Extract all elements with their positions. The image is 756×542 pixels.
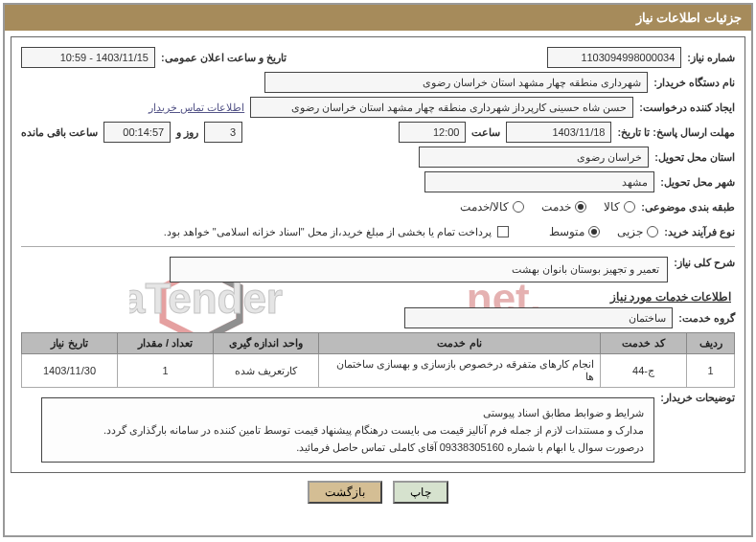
cell-date: 1403/11/30 xyxy=(22,354,118,388)
overall-need-value: تعمیر و تجهیز بوستان بانوان بهشت xyxy=(170,257,668,282)
deadline-time-value: 12:00 xyxy=(399,122,466,143)
cell-row: 1 xyxy=(687,354,735,388)
cell-code: ج-44 xyxy=(601,354,687,388)
buyer-notes-line2: مدارک و مستندات لازم از جمله فرم آنالیز … xyxy=(52,421,644,439)
payment-checkbox[interactable] xyxy=(497,226,509,237)
announce-datetime-value: 1403/11/15 - 10:59 xyxy=(21,47,155,68)
remaining-hms-value: 00:14:57 xyxy=(103,122,171,143)
ptype-option-motavaset[interactable]: متوسط xyxy=(549,225,600,238)
buyer-notes-box: شرایط و ضوابط مطابق اسناد پیوستی مدارک و… xyxy=(41,397,654,463)
buyer-org-label: نام دستگاه خریدار: xyxy=(653,77,735,89)
table-header-row: ردیف کد خدمت نام خدمت واحد اندازه گیری ت… xyxy=(22,333,735,354)
category-option-kk-label: کالا/خدمت xyxy=(460,200,509,214)
delivery-city-label: شهر محل تحویل: xyxy=(660,176,735,189)
category-label: طبقه بندی موضوعی: xyxy=(641,201,735,214)
payment-note: پرداخت تمام یا بخشی از مبلغ خرید،از محل … xyxy=(164,226,493,238)
back-button[interactable]: بازگشت xyxy=(308,481,382,504)
print-button[interactable]: چاپ xyxy=(393,481,448,504)
col-qty: تعداد / مقدار xyxy=(118,333,214,354)
cell-qty: 1 xyxy=(118,354,214,388)
table-row: 1 ج-44 انجام کارهای متفرقه درخصوص بازساز… xyxy=(22,354,735,388)
services-section-title: اطلاعات خدمات مورد نیاز xyxy=(25,290,731,304)
category-option-kala[interactable]: کالا xyxy=(604,200,635,214)
col-name: نام خدمت xyxy=(319,333,601,354)
radio-icon xyxy=(624,201,635,213)
radio-icon xyxy=(513,201,524,213)
ptype-option-jozei[interactable]: جزیی xyxy=(617,225,658,238)
delivery-city-value: مشهد xyxy=(424,171,654,192)
category-option-kala-khadamat[interactable]: کالا/خدمت xyxy=(460,200,524,214)
category-option-khadamat-label: خدمت xyxy=(541,200,571,214)
purchase-type-label: نوع فرآیند خرید: xyxy=(664,226,735,238)
day-word: روز و xyxy=(176,126,198,139)
col-unit: واحد اندازه گیری xyxy=(214,333,319,354)
announce-datetime-label: تاریخ و ساعت اعلان عمومی: xyxy=(161,52,286,64)
category-option-kala-label: کالا xyxy=(604,200,620,214)
deadline-label: مهلت ارسال پاسخ: تا تاریخ: xyxy=(617,126,735,139)
cell-name: انجام کارهای متفرقه درخصوص بازسازی و بهس… xyxy=(319,354,601,388)
radio-icon xyxy=(647,226,658,237)
need-number-label: شماره نیاز: xyxy=(687,52,735,64)
divider xyxy=(21,246,735,247)
col-row: ردیف xyxy=(687,333,735,354)
cell-unit: کارتعریف شده xyxy=(214,354,319,388)
radio-icon xyxy=(575,201,586,213)
remaining-tail: ساعت باقی مانده xyxy=(21,126,98,139)
category-option-khadamat[interactable]: خدمت xyxy=(541,200,586,214)
need-number-value: 1103094998000034 xyxy=(547,47,681,68)
ptype-jozei-label: جزیی xyxy=(617,225,643,238)
buyer-notes-line3: درصورت سوال یا ابهام با شماره 0933830516… xyxy=(52,439,644,456)
services-table: ردیف کد خدمت نام خدمت واحد اندازه گیری ت… xyxy=(21,332,735,388)
delivery-province-label: استان محل تحویل: xyxy=(654,151,735,164)
radio-icon xyxy=(588,226,600,237)
buyer-contact-link[interactable]: اطلاعات تماس خریدار xyxy=(149,102,244,114)
buyer-org-value: شهرداری منطقه چهار مشهد استان خراسان رضو… xyxy=(264,72,648,93)
buyer-notes-label: توضیحات خریدار: xyxy=(660,392,735,404)
col-code: کد خدمت xyxy=(601,333,687,354)
buyer-notes-line1: شرایط و ضوابط مطابق اسناد پیوستی xyxy=(52,404,644,421)
ptype-motavaset-label: متوسط xyxy=(549,225,584,238)
panel-title: جزئیات اطلاعات نیاز xyxy=(5,5,751,31)
main-panel: جزئیات اطلاعات نیاز شماره نیاز: 11030949… xyxy=(3,3,753,537)
delivery-province-value: خراسان رضوی xyxy=(419,147,649,168)
deadline-time-label: ساعت xyxy=(471,126,500,139)
overall-need-label: شرح کلی نیاز: xyxy=(674,257,735,269)
service-group-label: گروه خدمت: xyxy=(678,312,735,325)
service-group-value: ساختمان xyxy=(404,307,673,328)
buttons-row: چاپ بازگشت xyxy=(5,481,751,504)
remaining-days-value: 3 xyxy=(204,122,242,143)
deadline-date-value: 1403/11/18 xyxy=(506,122,611,143)
requester-label: ایجاد کننده درخواست: xyxy=(639,102,735,114)
details-box: شماره نیاز: 1103094998000034 تاریخ و ساع… xyxy=(11,36,745,473)
col-date: تاریخ نیاز xyxy=(22,333,118,354)
requester-value: حسن شاه حسینی کارپرداز شهرداری منطقه چها… xyxy=(250,97,633,118)
